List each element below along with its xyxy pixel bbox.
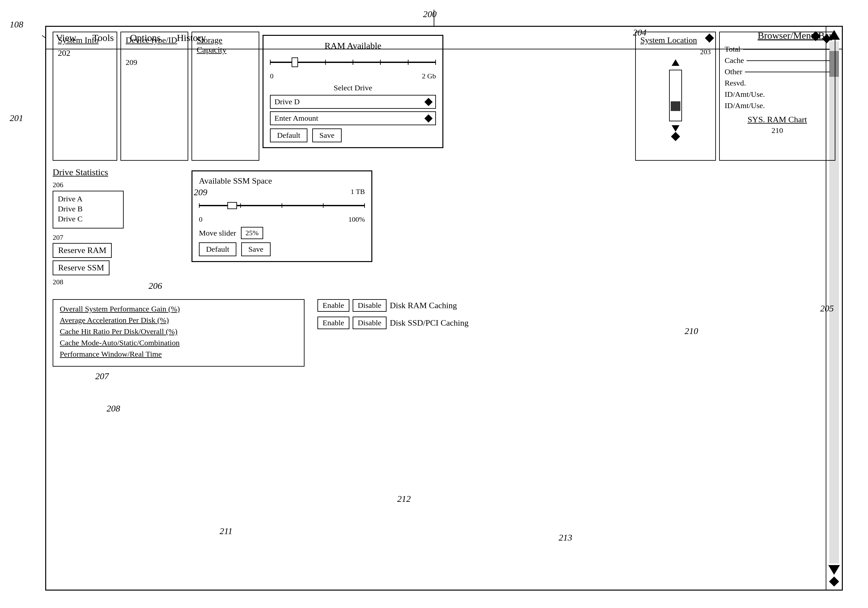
chart-resvd-label: Resvd. [725,79,746,87]
drive-b-item[interactable]: Drive B [58,204,118,213]
move-slider-row: Move slider 25% [199,227,365,239]
ram-slider-min: 0 [270,72,273,80]
drive-c-item[interactable]: Drive C [58,215,118,223]
ssm-max-label: 100% [349,215,365,224]
sys-loc-arrow-up-icon[interactable] [672,59,679,66]
ram-caching-row: Enable Disable Disk RAM Caching [318,299,468,312]
chart-total-row: Total [725,45,830,54]
ram-available-title: RAM Available [270,41,436,51]
enter-amount-label: Enter Amount [274,114,318,123]
drive-statistics-label: Drive Statistics [53,167,185,178]
top-panels-row: System Info 202 Device type/ID 209 Stora… [53,32,835,161]
ref-212: 212 [397,494,411,504]
ssd-caching-enable-button[interactable]: Enable [318,317,349,329]
diagram-container: 108 [0,0,868,608]
ref-200: 200 [423,9,437,19]
sys-loc-slider-container[interactable] [640,59,711,132]
ssm-percent-box: 25% [241,227,263,239]
system-location-ref: 203 [640,48,711,56]
middle-row: Drive Statistics 206 Drive A Drive B Dri… [53,167,835,286]
sys-loc-thumb[interactable] [671,101,680,111]
enter-amount-dropdown[interactable]: Enter Amount [270,111,436,125]
ram-slider-max: 2 Gb [422,72,436,80]
device-type-ref: 209 [126,58,183,67]
main-content: System Info 202 Device type/ID 209 Stora… [46,27,842,371]
ssm-slider-thumb[interactable] [227,202,237,209]
drive-a-item[interactable]: Drive A [58,195,118,203]
sys-loc-slider[interactable] [669,70,682,121]
browser-window: View Tools Options History Browser/Menu … [45,26,843,591]
ram-save-button[interactable]: Save [312,128,342,142]
chart-resvd-row: Resvd. [725,79,830,87]
sys-ram-chart-ref: 210 [725,126,830,135]
ram-caching-label: Disk RAM Caching [390,301,457,311]
system-location-panel: System Location 203 [635,32,716,161]
ssd-caching-disable-button[interactable]: Disable [353,317,386,329]
system-info-ref: 202 [58,48,112,58]
ram-caching-enable-button[interactable]: Enable [318,299,349,312]
ssm-tick-5 [364,203,365,208]
scroll-bottom-diamond-icon [831,578,838,586]
ram-slider-thumb[interactable] [291,57,298,67]
reserve-ssm-button[interactable]: Reserve SSM [53,260,110,275]
ref-206: 206 [149,281,162,291]
perf-item-2: Average Acceleration Per Disk (%) [60,316,298,325]
sys-ram-chart-title: SYS. RAM Chart [725,115,830,125]
perf-item-4: Cache Mode-Auto/Static/Combination [60,339,298,347]
enter-amount-dropdown-icon [424,114,432,122]
chart-idamt2-row: ID/Amt/Use. [725,101,830,110]
chart-other-label: Other [725,67,742,76]
ref-208-label: 208 [107,404,120,414]
move-slider-label: Move slider [199,229,236,238]
menu-view[interactable]: View [56,32,76,43]
storage-capacity-panel: Storage Capacity [192,32,259,161]
drive-select-section: Select Drive Drive D Enter Amount [270,84,436,142]
menu-tools[interactable]: Tools [92,32,114,43]
ssm-section: Available SSM Space 1 TB [192,167,835,262]
chart-other-row: Other [725,67,830,76]
ssm-save-button[interactable]: Save [241,242,271,256]
ref-108: 108 [10,19,23,30]
menu-items: View Tools Options History [56,32,206,43]
sys-loc-arrow-down-icon[interactable] [672,125,679,132]
ssm-tick-2 [240,203,241,208]
ssm-default-button[interactable]: Default [199,242,236,256]
menu-history[interactable]: History [177,32,206,43]
ref-201: 201 [10,113,23,123]
chart-idamt1-label: ID/Amt/Use. [725,90,765,99]
ram-default-button[interactable]: Default [270,128,307,142]
ref-210: 210 [685,326,698,336]
tick-5 [380,60,381,65]
ram-button-row: Default Save [270,128,436,142]
ref-211: 211 [220,526,232,536]
tick-7 [435,60,436,65]
scroll-arrow-down-icon[interactable] [828,565,840,575]
ssm-title: Available SSM Space [199,176,365,186]
drive-d-dropdown[interactable]: Drive D [270,95,436,109]
drive-stats-ref: 206 [53,181,185,189]
ssm-slider[interactable] [199,199,365,212]
chart-idamt2-label: ID/Amt/Use. [725,101,765,110]
ref-204: 204 [633,28,646,38]
ram-slider-labels: 0 2 Gb [270,72,436,80]
drives-list-panel: Drive A Drive B Drive C [53,191,124,229]
tick-3 [325,60,326,65]
menu-options[interactable]: Options [130,32,161,43]
ssm-tb-label: 1 TB [199,187,365,196]
ssm-tick-3 [282,203,282,208]
device-type-panel: Device type/ID 209 [121,32,188,161]
ref-207-label: 207 [95,371,109,381]
drive-d-value: Drive D [274,97,300,106]
ram-caching-disable-button[interactable]: Disable [353,299,386,312]
caching-section: Enable Disable Disk RAM Caching Enable D… [318,299,468,334]
chart-total-label: Total [725,45,741,54]
reserve-ram-button[interactable]: Reserve RAM [53,243,112,258]
ram-slider[interactable] [270,56,436,69]
ssm-button-row: Default Save [199,242,365,256]
chart-top-diamond-icon [725,36,830,43]
chart-idamt1-row: ID/Amt/Use. [725,90,830,99]
drive-stats-section: Drive Statistics 206 Drive A Drive B Dri… [53,167,185,286]
chart-total-line [743,49,830,50]
tick-6 [408,60,409,65]
ssm-labels: 0 100% [199,215,365,224]
